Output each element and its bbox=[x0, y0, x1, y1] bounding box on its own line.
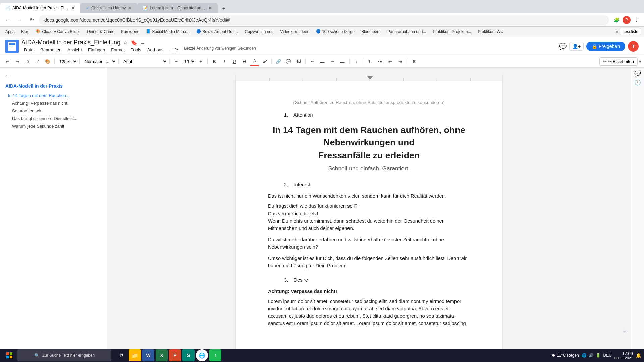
new-tab-button[interactable]: + bbox=[219, 4, 228, 13]
bookmark-100-schone[interactable]: 🔵 100 schöne Dinge bbox=[313, 28, 357, 35]
back-button[interactable]: ← bbox=[3, 15, 12, 25]
taskbar-chrome[interactable]: 🌐 bbox=[196, 349, 208, 361]
increase-indent-button[interactable]: ⇥ bbox=[395, 57, 405, 66]
bookmark-icon[interactable]: 🔖 bbox=[130, 39, 137, 46]
bulleted-list-button[interactable]: •≡ bbox=[375, 57, 385, 66]
italic-button[interactable]: I bbox=[220, 57, 229, 66]
reload-button[interactable]: ↻ bbox=[27, 15, 36, 25]
increase-font-button[interactable]: + bbox=[196, 57, 205, 66]
extensions-icon[interactable]: 🧩 bbox=[612, 15, 621, 25]
insert-image-button[interactable]: 🖼 bbox=[294, 57, 303, 66]
edit-dropdown-button[interactable]: ▾ bbox=[639, 59, 641, 64]
notification-center-icon[interactable]: 🔔 bbox=[636, 353, 641, 358]
cloud-icon[interactable]: ☁ bbox=[140, 40, 145, 45]
paint-format-button[interactable]: 🎨 bbox=[43, 57, 52, 66]
text-color-button[interactable]: A bbox=[250, 57, 259, 66]
sidebar-item-2[interactable]: Achtung: Verpasse das nicht! bbox=[5, 99, 102, 107]
taskbar-taskview[interactable]: ⧉ bbox=[115, 349, 127, 361]
profile-icon[interactable]: P bbox=[623, 16, 631, 24]
tab-3-close[interactable]: ✕ bbox=[208, 5, 212, 11]
taskbar-search-box[interactable]: 🔍 Zur Suche Text hier eingeben bbox=[17, 349, 111, 361]
sidebar-item-5[interactable]: Warum jede Sekunde zählt bbox=[5, 122, 102, 130]
menu-bearbeiten[interactable]: Bearbeiten bbox=[38, 46, 64, 54]
forward-button[interactable]: → bbox=[15, 15, 24, 25]
address-input[interactable] bbox=[39, 15, 609, 25]
clear-format-button[interactable]: ✖ bbox=[409, 57, 419, 66]
docs-document-title[interactable]: AIDA-Modell in der Praxis_Einleitung bbox=[21, 39, 120, 46]
spellcheck-button[interactable]: ✓ bbox=[33, 57, 42, 66]
insert-comment-button[interactable]: 💬 bbox=[284, 57, 293, 66]
sidebar-doc-title[interactable]: AIDA-Modell in der Praxis bbox=[5, 83, 102, 89]
settings-icon[interactable]: ⋮ bbox=[632, 15, 641, 25]
network-icon[interactable]: 🌐 bbox=[582, 353, 587, 358]
tab-1[interactable]: 📄 AIDA-Modell in der Praxis_Einlei... ✕ bbox=[0, 3, 80, 13]
bookmark-praktikum-wu[interactable]: Praktikum WU bbox=[475, 28, 506, 35]
link-button[interactable]: 🔗 bbox=[274, 57, 283, 66]
strikethrough-button[interactable]: S bbox=[240, 57, 249, 66]
taskbar-time[interactable]: 17:09 03.11.2021 bbox=[614, 351, 633, 360]
doc-main[interactable]: (Schnell Aufhören zu Rauchen, ohne Subst… bbox=[107, 68, 631, 362]
font-size-select[interactable]: 11 12 14 bbox=[182, 58, 195, 65]
windows-start-button[interactable] bbox=[3, 349, 16, 362]
document-page[interactable]: (Schnell Aufhören zu Rauchen, ohne Subst… bbox=[236, 75, 502, 362]
star-icon[interactable]: ☆ bbox=[123, 39, 128, 46]
menu-ansicht[interactable]: Ansicht bbox=[65, 46, 85, 54]
volume-icon[interactable]: 🔊 bbox=[589, 353, 594, 358]
bookmark-cloud-canva[interactable]: 🎨 Cload + Canva Bilder bbox=[33, 28, 83, 35]
decrease-indent-button[interactable]: ⇤ bbox=[385, 57, 395, 66]
sidebar-item-3[interactable]: So arbeiten wir bbox=[5, 107, 102, 115]
bookmark-blog[interactable]: Blog bbox=[18, 28, 32, 35]
battery-icon[interactable]: 🔋 bbox=[596, 353, 601, 358]
taskbar-word[interactable]: W bbox=[142, 349, 154, 361]
menu-tools[interactable]: Tools bbox=[128, 46, 144, 54]
sidebar-item-1[interactable]: In 14 Tagen mit dem Rauchen... bbox=[5, 92, 102, 99]
menu-einfugen[interactable]: Einfügen bbox=[85, 46, 108, 54]
print-button[interactable]: 🖨 bbox=[23, 57, 32, 66]
justify-button[interactable]: ▬ bbox=[338, 57, 347, 66]
bookmark-praktikum-pm[interactable]: Praktikum Projektm... bbox=[430, 28, 474, 35]
numbered-list-button[interactable]: 1. bbox=[365, 57, 375, 66]
bookmark-bloomberg[interactable]: Bloomberg bbox=[359, 28, 383, 35]
bookmark-social-media[interactable]: 📘 Social Media Mana... bbox=[143, 28, 192, 35]
underline-button[interactable]: U bbox=[230, 57, 239, 66]
font-select[interactable]: Arial Times New Roman bbox=[121, 58, 167, 65]
bookmark-dinner[interactable]: Dinner & Crime bbox=[84, 28, 117, 35]
add-person-button[interactable]: 👤+ bbox=[569, 42, 584, 51]
align-center-button[interactable]: ▬ bbox=[318, 57, 327, 66]
style-select[interactable]: Normaler T... Überschrift 1 Überschrift … bbox=[82, 58, 116, 65]
language-indicator[interactable]: DEU bbox=[603, 353, 612, 358]
more-bookmarks-button[interactable]: » bbox=[616, 29, 618, 34]
add-icon[interactable]: + bbox=[623, 328, 627, 335]
bold-button[interactable]: B bbox=[210, 57, 219, 66]
bookmark-kursideen[interactable]: Kursideen bbox=[118, 28, 142, 35]
taskbar-powerpoint[interactable]: P bbox=[169, 349, 181, 361]
bookmark-bois-argent[interactable]: 🔵 Bois d'Argent Duft... bbox=[194, 28, 240, 35]
right-panel-history-icon[interactable]: 🕐 bbox=[634, 79, 641, 86]
decrease-font-button[interactable]: − bbox=[172, 57, 181, 66]
highlight-button[interactable]: 🖊 bbox=[260, 57, 269, 66]
tab-1-close[interactable]: ✕ bbox=[71, 5, 75, 11]
edit-button[interactable]: ✏ ✏ Bearbeiten bbox=[599, 57, 638, 66]
right-panel-comments-icon[interactable]: 💬 bbox=[634, 70, 641, 77]
taskbar-sway[interactable]: S bbox=[182, 349, 195, 361]
taskbar-excel[interactable]: X bbox=[156, 349, 168, 361]
undo-button[interactable]: ↩ bbox=[3, 57, 12, 66]
tab-2-close[interactable]: ✕ bbox=[128, 5, 132, 11]
bookmark-videokurs[interactable]: Videokurs Ideen bbox=[278, 28, 312, 35]
zoom-select[interactable]: 125% 100% 150% bbox=[57, 58, 77, 65]
taskbar-file-explorer[interactable]: 📁 bbox=[129, 349, 141, 361]
menu-hilfe[interactable]: Hilfe bbox=[167, 46, 181, 54]
line-spacing-button[interactable]: ↕ bbox=[352, 57, 361, 66]
tab-2[interactable]: ✓ Checklisten Udemy ✕ bbox=[80, 3, 137, 13]
menu-datei[interactable]: Datei bbox=[21, 46, 37, 54]
leseliste-button[interactable]: Leseliste bbox=[620, 28, 641, 35]
comments-icon[interactable]: 💬 bbox=[559, 43, 567, 50]
sidebar-back-button[interactable]: ← bbox=[5, 73, 102, 78]
redo-button[interactable]: ↪ bbox=[13, 57, 22, 66]
taskbar-music[interactable]: ♪ bbox=[209, 349, 221, 361]
freigeben-button[interactable]: 🔒 Freigeben bbox=[586, 42, 625, 51]
align-left-button[interactable]: ⇤ bbox=[308, 57, 317, 66]
menu-format[interactable]: Format bbox=[108, 46, 127, 54]
user-avatar[interactable]: T bbox=[628, 41, 639, 52]
bookmark-apps[interactable]: Apps bbox=[3, 28, 17, 35]
